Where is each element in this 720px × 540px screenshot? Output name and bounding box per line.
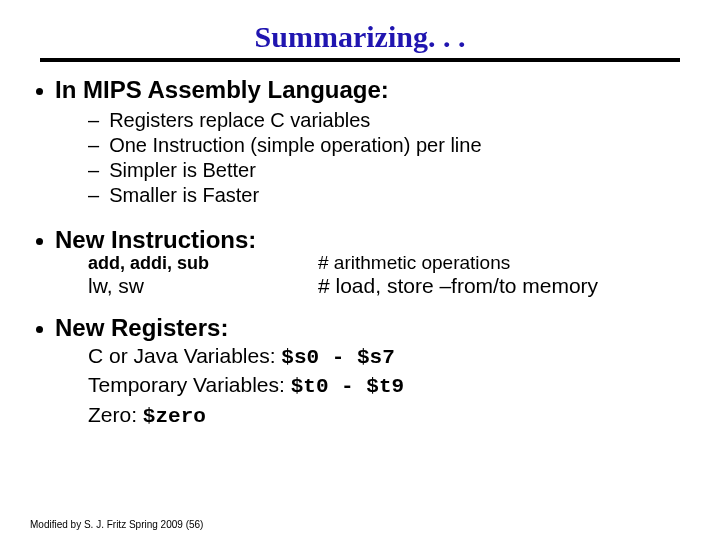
register-line: Zero: $zero xyxy=(88,401,690,430)
reg-sep: - xyxy=(329,375,367,398)
dash-icon: – xyxy=(88,108,99,133)
instruction-ops: lw, sw xyxy=(88,274,318,298)
instructions-block: add, addi, sub # arithmetic operations l… xyxy=(30,252,690,298)
list-item-text: Registers replace C variables xyxy=(109,108,370,133)
slide-title: Summarizing. . . xyxy=(30,20,690,54)
register-line: Temporary Variables: $t0 - $t9 xyxy=(88,371,690,400)
bullet-icon xyxy=(36,326,43,333)
reg-code: $t0 xyxy=(291,375,329,398)
reg-code: $t9 xyxy=(366,375,404,398)
reg-code: $s0 xyxy=(281,346,319,369)
dash-icon: – xyxy=(88,183,99,208)
instruction-comment: # arithmetic operations xyxy=(318,252,510,274)
footer: Modified by S. J. Fritz Spring 2009 (56) xyxy=(30,519,203,530)
section3-heading: New Registers: xyxy=(55,314,228,342)
bullet-icon xyxy=(36,238,43,245)
section2-heading-row: New Instructions: xyxy=(30,226,690,254)
reg-label: Temporary Variables: xyxy=(88,373,291,396)
instruction-row: add, addi, sub # arithmetic operations xyxy=(88,252,690,274)
section1-list: – Registers replace C variables – One In… xyxy=(30,108,690,208)
list-item-text: Smaller is Faster xyxy=(109,183,259,208)
list-item: – Registers replace C variables xyxy=(88,108,690,133)
reg-label: C or Java Variables: xyxy=(88,344,281,367)
section3-heading-row: New Registers: xyxy=(30,314,690,342)
list-item-text: Simpler is Better xyxy=(109,158,256,183)
list-item: – Smaller is Faster xyxy=(88,183,690,208)
bullet-icon xyxy=(36,88,43,95)
instruction-ops: add, addi, sub xyxy=(88,253,318,274)
section2-heading: New Instructions: xyxy=(55,226,256,254)
list-item: – One Instruction (simple operation) per… xyxy=(88,133,690,158)
instruction-comment: # load, store –from/to memory xyxy=(318,274,598,298)
list-item: – Simpler is Better xyxy=(88,158,690,183)
dash-icon: – xyxy=(88,133,99,158)
section1-heading-row: In MIPS Assembly Language: xyxy=(30,76,690,104)
dash-icon: – xyxy=(88,158,99,183)
section1-heading: In MIPS Assembly Language: xyxy=(55,76,389,104)
reg-sep: - xyxy=(319,346,357,369)
title-underline xyxy=(40,58,680,62)
registers-block: C or Java Variables: $s0 - $s7 Temporary… xyxy=(30,342,690,430)
reg-label: Zero: xyxy=(88,403,143,426)
register-line: C or Java Variables: $s0 - $s7 xyxy=(88,342,690,371)
list-item-text: One Instruction (simple operation) per l… xyxy=(109,133,481,158)
slide: Summarizing. . . In MIPS Assembly Langua… xyxy=(0,0,720,540)
reg-code: $s7 xyxy=(357,346,395,369)
instruction-row: lw, sw # load, store –from/to memory xyxy=(88,274,690,298)
reg-code: $zero xyxy=(143,405,206,428)
